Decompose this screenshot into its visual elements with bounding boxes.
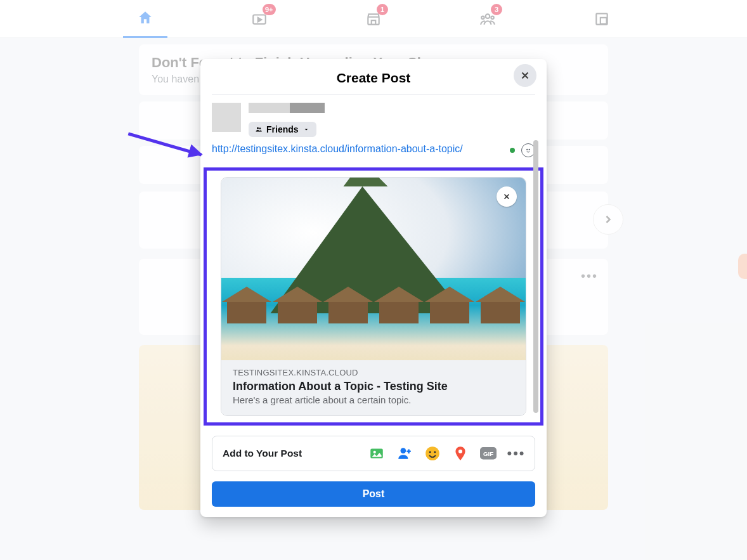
link-preview-title: Information About a Topic - Testing Site [233, 380, 514, 393]
create-post-modal: Create Post Friends http://testingsitex.… [200, 59, 547, 517]
user-name-redacted [249, 103, 325, 113]
location-icon [452, 445, 469, 462]
audience-label: Friends [266, 124, 299, 134]
smiley-icon [524, 146, 533, 155]
link-preview-desc: Here's a great article about a certain t… [233, 394, 514, 405]
svg-point-17 [458, 450, 462, 453]
remove-preview-button[interactable] [497, 186, 517, 207]
modal-title: Create Post [212, 70, 535, 86]
photo-icon [368, 445, 385, 462]
user-avatar [212, 103, 241, 132]
composer-user-row: Friends [200, 95, 547, 137]
compose-url-text[interactable]: http://testingsitex.kinsta.cloud/informa… [212, 143, 503, 155]
svg-point-7 [257, 127, 259, 129]
link-preview-image [221, 178, 526, 360]
close-icon [519, 70, 531, 81]
post-button-label: Post [363, 488, 385, 500]
svg-point-8 [259, 127, 261, 129]
tag-person-icon [396, 445, 413, 462]
svg-point-16 [434, 451, 436, 453]
more-options-button[interactable]: ••• [508, 445, 524, 462]
feeling-icon [424, 445, 441, 462]
svg-point-15 [429, 451, 431, 453]
feeling-button[interactable] [424, 445, 441, 462]
link-preview-card[interactable]: TESTINGSITEX.KINSTA.CLOUD Information Ab… [221, 177, 526, 416]
add-to-post-bar: Add to Your Post GIF ••• [212, 436, 535, 471]
gif-icon: GIF [480, 447, 497, 460]
check-in-button[interactable] [452, 445, 469, 462]
caret-down-icon [302, 126, 310, 133]
compose-text-row[interactable]: http://testingsitex.kinsta.cloud/informa… [200, 137, 547, 161]
link-preview-domain: TESTINGSITEX.KINSTA.CLOUD [233, 368, 514, 377]
svg-point-14 [425, 446, 439, 460]
modal-header: Create Post [212, 59, 535, 95]
audience-selector[interactable]: Friends [249, 122, 316, 137]
svg-point-9 [527, 149, 528, 150]
post-button[interactable]: Post [212, 481, 535, 507]
status-dot [510, 148, 515, 153]
modal-close-button[interactable] [514, 64, 536, 87]
svg-point-12 [374, 451, 376, 453]
scrollbar[interactable] [533, 140, 538, 413]
add-to-post-label: Add to Your Post [223, 448, 302, 459]
svg-point-13 [401, 448, 406, 453]
photo-video-button[interactable] [368, 445, 385, 462]
tag-people-button[interactable] [396, 445, 413, 462]
link-preview-highlight: TESTINGSITEX.KINSTA.CLOUD Information Ab… [204, 167, 543, 426]
link-preview-meta: TESTINGSITEX.KINSTA.CLOUD Information Ab… [221, 360, 526, 415]
friends-icon [255, 126, 263, 133]
gif-button[interactable]: GIF [480, 445, 497, 462]
svg-point-10 [529, 149, 529, 150]
more-icon: ••• [507, 445, 525, 462]
svg-text:GIF: GIF [483, 450, 493, 457]
close-icon [502, 192, 511, 201]
